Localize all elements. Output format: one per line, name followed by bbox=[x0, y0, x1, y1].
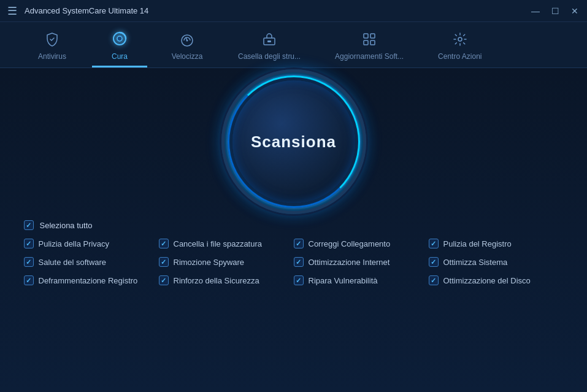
tab-velocizza-label: Velocizza bbox=[172, 52, 203, 61]
checkbox-4[interactable] bbox=[24, 257, 34, 267]
checkbox-label-7: Ottimizza Sistema bbox=[443, 258, 508, 267]
checkboxes-grid: Pulizia della PrivacyCancella i file spa… bbox=[24, 239, 564, 285]
tab-antivirus[interactable]: Antivirus bbox=[25, 27, 80, 67]
window-controls: — ☐ ✕ bbox=[531, 6, 580, 16]
minimize-button[interactable]: — bbox=[531, 6, 540, 16]
cura-icon bbox=[112, 31, 128, 49]
scan-button-label: Scansiona bbox=[251, 133, 336, 152]
checkbox-9[interactable] bbox=[159, 275, 169, 285]
select-all-checkbox[interactable] bbox=[24, 220, 34, 230]
checkbox-5[interactable] bbox=[159, 257, 169, 267]
checkbox-label-4: Salute del software bbox=[39, 258, 107, 267]
check-item: Ripara Vulnerabilità bbox=[294, 275, 429, 285]
checkboxes-area: Seleziona tutto Pulizia della PrivacyCan… bbox=[12, 220, 576, 285]
tab-centro[interactable]: Centro Azioni bbox=[427, 27, 493, 67]
select-all-label: Seleziona tutto bbox=[40, 221, 93, 230]
close-button[interactable]: ✕ bbox=[570, 6, 580, 16]
tab-casella[interactable]: Casella degli stru... bbox=[227, 27, 312, 67]
svg-point-3 bbox=[186, 40, 188, 42]
select-all-row: Seleziona tutto bbox=[24, 220, 564, 230]
checkbox-label-3: Pulizia del Registro bbox=[443, 239, 512, 248]
velocizza-icon bbox=[180, 32, 194, 49]
check-item: Salute del software bbox=[24, 257, 159, 267]
aggiornamenti-icon bbox=[362, 32, 377, 49]
checkbox-0[interactable] bbox=[24, 239, 34, 248]
checkbox-label-2: Correggi Collegamento bbox=[309, 239, 391, 248]
svg-rect-5 bbox=[267, 40, 271, 42]
check-item: Cancella i file spazzatura bbox=[159, 239, 294, 248]
tab-cura-label: Cura bbox=[112, 52, 128, 61]
checkbox-6[interactable] bbox=[294, 257, 304, 267]
check-item: Deframmentazione Registro bbox=[24, 275, 159, 285]
checkbox-8[interactable] bbox=[24, 275, 34, 285]
tab-velocizza[interactable]: Velocizza bbox=[159, 27, 215, 67]
casella-icon bbox=[262, 32, 277, 49]
check-item: Pulizia del Registro bbox=[429, 239, 564, 248]
svg-rect-7 bbox=[370, 34, 375, 38]
nav-bar: Antivirus Cura Velocizza bbox=[0, 22, 587, 68]
checkbox-label-9: Rinforzo della Sicurezza bbox=[174, 276, 259, 285]
centro-icon bbox=[453, 32, 467, 49]
checkbox-7[interactable] bbox=[429, 257, 439, 267]
app-title: Advanced SystemCare Ultimate 14 bbox=[25, 6, 148, 15]
check-item: Rimozione Spyware bbox=[159, 257, 294, 267]
main-content: Scansiona Seleziona tutto Pulizia della … bbox=[0, 68, 587, 392]
tab-casella-label: Casella degli stru... bbox=[238, 52, 301, 61]
title-bar: ☰ Advanced SystemCare Ultimate 14 — ☐ ✕ bbox=[0, 0, 587, 22]
check-item: Rinforzo della Sicurezza bbox=[159, 275, 294, 285]
checkbox-3[interactable] bbox=[429, 239, 439, 248]
checkbox-label-1: Cancella i file spazzatura bbox=[174, 239, 263, 248]
checkbox-1[interactable] bbox=[159, 239, 169, 248]
checkbox-label-10: Ripara Vulnerabilità bbox=[309, 276, 378, 285]
tab-aggiornamenti[interactable]: Aggiornamenti Soft... bbox=[324, 27, 415, 67]
svg-rect-8 bbox=[364, 40, 368, 45]
checkbox-label-11: Ottimizzazione del Disco bbox=[443, 276, 531, 285]
maximize-button[interactable]: ☐ bbox=[550, 6, 560, 16]
tab-antivirus-label: Antivirus bbox=[38, 52, 66, 61]
check-item: Pulizia della Privacy bbox=[24, 239, 159, 248]
tab-cura[interactable]: Cura bbox=[92, 26, 147, 67]
svg-point-10 bbox=[458, 37, 462, 41]
checkbox-label-0: Pulizia della Privacy bbox=[39, 239, 110, 248]
menu-icon[interactable]: ☰ bbox=[7, 4, 17, 18]
svg-rect-9 bbox=[370, 40, 375, 45]
checkbox-10[interactable] bbox=[294, 275, 304, 285]
check-item: Correggi Collegamento bbox=[294, 239, 429, 248]
svg-point-1 bbox=[117, 36, 122, 41]
svg-rect-6 bbox=[364, 34, 368, 38]
tab-centro-label: Centro Azioni bbox=[438, 52, 481, 61]
checkbox-11[interactable] bbox=[429, 275, 439, 285]
scan-button-container: Scansiona bbox=[232, 80, 355, 203]
tab-aggiornamenti-label: Aggiornamenti Soft... bbox=[335, 52, 404, 61]
checkbox-label-5: Rimozione Spyware bbox=[174, 258, 245, 267]
checkbox-label-6: Ottimizzazione Internet bbox=[309, 258, 390, 267]
checkbox-2[interactable] bbox=[294, 239, 304, 248]
check-item: Ottimizzazione del Disco bbox=[429, 275, 564, 285]
checkbox-label-8: Deframmentazione Registro bbox=[39, 276, 138, 285]
check-item: Ottimizzazione Internet bbox=[294, 257, 429, 267]
check-item: Ottimizza Sistema bbox=[429, 257, 564, 267]
scan-button[interactable]: Scansiona bbox=[232, 80, 355, 203]
antivirus-icon bbox=[45, 32, 59, 49]
